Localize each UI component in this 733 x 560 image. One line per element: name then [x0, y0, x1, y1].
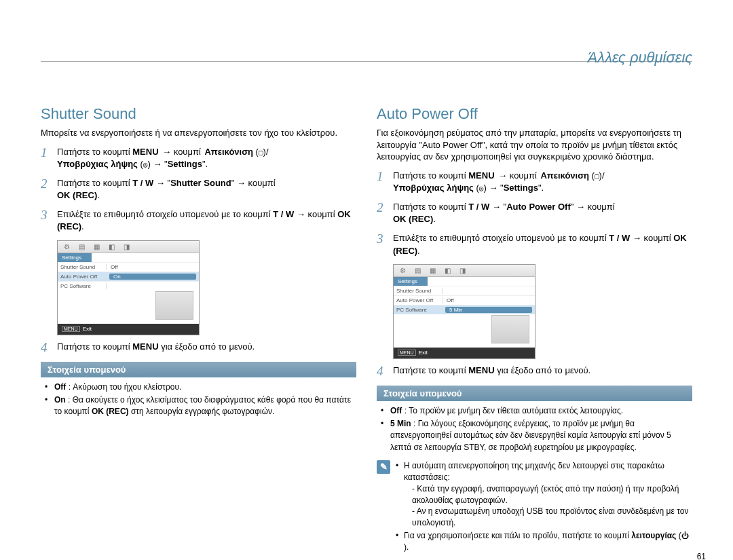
right-step-4: Πατήστε το κουμπί MENU για έξοδο από το …	[393, 365, 692, 379]
right-step-3: Επιλέξτε το επιθυμητό στοιχείο υπομενού …	[393, 232, 692, 257]
right-screenshot: ⚙▤▦◧◨ Settings Shutter Sound Auto Power …	[393, 264, 535, 359]
view-icon: ▢	[259, 147, 263, 157]
right-submenu-list: Off : Το προϊόν με μνήμη δεν τίθεται αυτ…	[377, 405, 692, 454]
right-step-2: Πατήστε το κουμπί T / W → "Auto Power Of…	[393, 201, 692, 225]
left-screenshot: ⚙▤▦◧◨ Settings Shutter SoundOff Auto Pow…	[57, 240, 200, 335]
right-submenu-header: Στοιχεία υπομενoύ	[377, 386, 692, 401]
auto-power-off-intro: Για εξοικονόμηση ρεύματος από την μπαταρ…	[377, 127, 692, 163]
shutter-sound-heading: Shutter Sound	[41, 105, 356, 123]
right-column: Auto Power Off Για εξοικονόμηση ρεύματος…	[377, 105, 692, 555]
page-number: 61	[697, 552, 706, 560]
shutter-sound-intro: Μπορείτε να ενεργοποιήσετε ή να απενεργο…	[41, 127, 356, 139]
note-box: ✎ Η αυτόματη απενεργοποίηση της μηχανής …	[377, 460, 692, 554]
left-column: Shutter Sound Μπορείτε να ενεργοποιήσετε…	[41, 105, 356, 555]
auto-power-off-heading: Auto Power Off	[377, 105, 692, 123]
left-step-2: Πατήστε το κουμπί T / W → "Shutter Sound…	[57, 177, 356, 202]
left-step-3: Επιλέξτε το επιθυμητό στοιχείο υπομενού …	[57, 208, 356, 233]
note-icon: ✎	[377, 460, 390, 474]
left-step-1: Πατήστε το κουμπί MENU → κουμπί Απεικόνι…	[57, 146, 356, 170]
view-icon: ▢	[595, 171, 599, 181]
right-step-1: Πατήστε το κουμπί MENU → κουμπί Απεικόνι…	[393, 170, 692, 194]
left-submenu-header: Στοιχεία υπομενoύ	[41, 362, 356, 377]
power-icon: ⏻	[681, 531, 689, 541]
page-title: Άλλες ρυθμίσεις	[588, 49, 692, 67]
left-step-4: Πατήστε το κουμπί MENU για έξοδο από το …	[57, 341, 356, 355]
left-submenu-list: Off : Ακύρωση του ήχου κλείστρου. On : Θ…	[41, 381, 356, 418]
